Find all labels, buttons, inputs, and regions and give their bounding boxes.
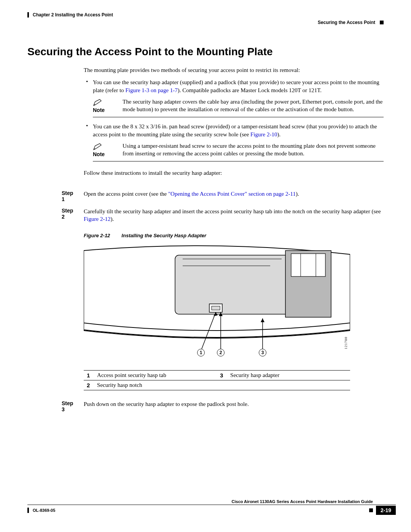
header-rule-left xyxy=(27,12,29,18)
svg-rect-2 xyxy=(291,254,325,276)
table-row: 2 Security hasp notch xyxy=(84,380,350,390)
note-2: Note Using a tamper-resistant head screw… xyxy=(93,142,384,162)
bullet-1-text: You can use the security hasp adapter (s… xyxy=(93,78,384,94)
figure-number: Figure 2-12 xyxy=(84,233,110,238)
callout-3: 3 xyxy=(259,349,266,356)
note-2-text: Using a tamper-resistant head screw to s… xyxy=(123,142,384,158)
bullet-item-2: You can use the 8 x 32 x 3/16 in. pan he… xyxy=(93,123,384,161)
figure-2-10-link[interactable]: Figure 2-10 xyxy=(250,131,277,137)
bullet2-post: ). xyxy=(277,131,280,137)
figure-image-number: 121780 xyxy=(344,337,348,349)
figure-1-3-link[interactable]: Figure 1-3 on page 1-7 xyxy=(125,87,177,93)
bullet2-pre: You can use the 8 x 32 x 3/16 in. pan he… xyxy=(93,123,377,137)
page-title: Securing the Access Point to the Mountin… xyxy=(27,46,384,58)
step2-pre: Carefully tilt the security hasp adapter… xyxy=(84,208,381,214)
table-row: 1 Access point security hasp tab 3 Secur… xyxy=(84,371,350,380)
note-pencil-icon xyxy=(93,142,103,150)
footer-rule xyxy=(27,505,396,505)
note-1-label: Note xyxy=(93,107,105,113)
step-1-text: Open the access point cover (see the "Op… xyxy=(84,190,384,202)
step-3-row: Step 3 Push down on the security hasp ad… xyxy=(27,400,384,412)
footer-guide-title: Cisco Aironet 1130AG Series Access Point… xyxy=(27,499,396,504)
step1-pre: Open the access point cover (see the xyxy=(84,191,168,197)
step-3-label: Step 3 xyxy=(27,400,76,412)
step-2-row: Step 2 Carefully tilt the security hasp … xyxy=(27,208,384,223)
legend-3-num: 3 xyxy=(217,371,227,380)
footer-square-icon xyxy=(369,508,373,512)
callout-1: 1 xyxy=(197,349,205,356)
bullet-2-text: You can use the 8 x 32 x 3/16 in. pan he… xyxy=(93,123,384,138)
legend-3-text: Security hasp adapter xyxy=(227,371,350,380)
note-2-label: Note xyxy=(93,151,105,157)
step-1-row: Step 1 Open the access point cover (see … xyxy=(27,190,384,202)
page-footer: Cisco Aironet 1130AG Series Access Point… xyxy=(27,499,396,521)
footer-doc-number: OL-8369-05 xyxy=(33,508,55,513)
bullet1-post: ). Compatible padlocks are Master Lock m… xyxy=(178,87,322,93)
note-pencil-icon xyxy=(93,98,103,106)
page-number-badge: 2-19 xyxy=(376,506,396,515)
step1-post: ). xyxy=(296,191,299,197)
svg-rect-4 xyxy=(212,306,220,310)
header-chapter: Chapter 2 Installing the Access Point xyxy=(33,12,113,18)
figure-caption: Figure 2-12Installing the Security Hasp … xyxy=(84,233,384,238)
legend-2-num: 2 xyxy=(84,380,94,390)
content-area: Securing the Access Point to the Mountin… xyxy=(27,46,384,418)
step-3-text: Push down on the security hasp adapter t… xyxy=(84,400,384,412)
step-1-label: Step 1 xyxy=(27,190,76,202)
svg-rect-0 xyxy=(175,255,301,314)
step-2-label: Step 2 xyxy=(27,208,76,223)
header-square-icon xyxy=(380,21,384,24)
figure-2-12-link[interactable]: Figure 2-12 xyxy=(84,216,110,222)
figure-legend-table: 1 Access point security hasp tab 3 Secur… xyxy=(84,370,350,390)
callout-2: 2 xyxy=(217,349,225,356)
legend-1-text: Access point security hasp tab xyxy=(94,371,217,380)
opening-cover-link[interactable]: "Opening the Access Point Cover" section… xyxy=(168,191,296,197)
bullet-item-1: You can use the security hasp adapter (s… xyxy=(93,78,384,117)
figure-2-12-illustration: 1 2 3 121780 xyxy=(84,243,350,359)
page-header: Chapter 2 Installing the Access Point Se… xyxy=(27,12,384,27)
figure-title: Installing the Security Hasp Adapter xyxy=(121,233,206,238)
step2-post: ). xyxy=(110,216,114,222)
follow-instructions: Follow these instructions to install the… xyxy=(84,169,384,177)
legend-1-num: 1 xyxy=(84,371,94,380)
footer-bar-icon xyxy=(27,508,29,513)
intro-paragraph: The mounting plate provides two methods … xyxy=(84,66,384,74)
note-1-text: The security hasp adapter covers the cab… xyxy=(123,98,384,113)
header-section: Securing the Access Point xyxy=(318,20,375,25)
step-2-text: Carefully tilt the security hasp adapter… xyxy=(84,208,384,223)
legend-2-text: Security hasp notch xyxy=(94,380,217,390)
note-1: Note The security hasp adapter covers th… xyxy=(93,98,384,118)
